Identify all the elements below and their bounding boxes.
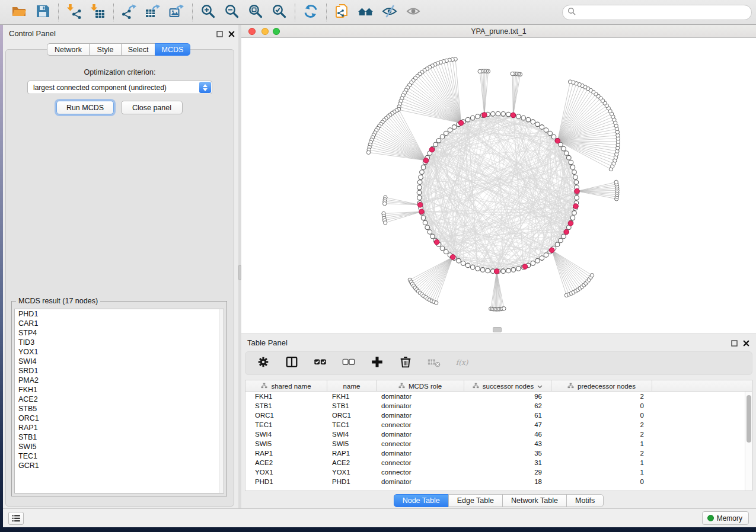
network-graph[interactable] bbox=[241, 38, 756, 334]
cell-MCDS-role[interactable]: connector bbox=[377, 458, 464, 467]
column-header-shared-name[interactable]: shared name bbox=[245, 380, 327, 392]
network-node[interactable] bbox=[383, 202, 387, 206]
network-node[interactable] bbox=[531, 120, 535, 124]
cell-shared-name[interactable]: SWI4 bbox=[245, 430, 327, 439]
first-neighbors-button[interactable] bbox=[356, 3, 375, 22]
cell-MCDS-role[interactable]: dominator bbox=[377, 430, 464, 439]
tab-motifs[interactable]: Motifs bbox=[566, 494, 604, 507]
tab-network-table[interactable]: Network Table bbox=[502, 494, 567, 507]
cell-shared-name[interactable]: PHD1 bbox=[245, 477, 327, 486]
network-node[interactable] bbox=[476, 114, 480, 119]
zoom-in-button[interactable] bbox=[199, 3, 218, 22]
column-header-MCDS-role[interactable]: MCDS role bbox=[377, 380, 464, 392]
network-node[interactable] bbox=[470, 116, 475, 120]
table-row[interactable]: ORC1ORC1dominator610 bbox=[245, 411, 752, 420]
cell-shared-name[interactable]: RAP1 bbox=[245, 448, 327, 458]
cell-MCDS-role[interactable]: dominator bbox=[377, 401, 464, 411]
cell-name[interactable]: STB1 bbox=[327, 401, 377, 411]
network-mcds-node[interactable] bbox=[419, 209, 425, 214]
network-node[interactable] bbox=[480, 268, 485, 273]
tab-edge-table[interactable]: Edge Table bbox=[448, 494, 503, 507]
cell-predecessor-nodes[interactable]: 2 bbox=[551, 392, 652, 401]
network-node[interactable] bbox=[567, 155, 572, 160]
cell-MCDS-role[interactable]: connector bbox=[377, 420, 464, 430]
network-node[interactable] bbox=[428, 230, 432, 235]
network-node[interactable] bbox=[502, 307, 506, 310]
cell-predecessor-nodes[interactable]: 2 bbox=[551, 448, 652, 458]
network-node[interactable] bbox=[548, 131, 553, 136]
cell-name[interactable]: YOX1 bbox=[327, 467, 377, 477]
network-mcds-node[interactable] bbox=[482, 113, 487, 118]
cell-shared-name[interactable]: FKH1 bbox=[245, 392, 327, 401]
network-node[interactable] bbox=[421, 165, 426, 169]
cell-predecessor-nodes[interactable]: 2 bbox=[551, 420, 652, 430]
import-table-button[interactable] bbox=[88, 3, 107, 22]
network-node[interactable] bbox=[570, 165, 575, 169]
cell-shared-name[interactable]: YOX1 bbox=[245, 467, 327, 477]
cell-successor-nodes[interactable]: 46 bbox=[464, 430, 551, 439]
network-node[interactable] bbox=[430, 234, 435, 239]
tab-style[interactable]: Style bbox=[89, 43, 122, 56]
cell-name[interactable]: SWI4 bbox=[327, 430, 377, 439]
run-mcds-button[interactable]: Run MCDS bbox=[56, 101, 114, 114]
delete-column-button[interactable] bbox=[397, 355, 414, 371]
network-node[interactable] bbox=[511, 72, 514, 75]
network-node[interactable] bbox=[590, 274, 594, 277]
column-header-predecessor-nodes[interactable]: predecessor nodes bbox=[551, 380, 652, 392]
cell-predecessor-nodes[interactable]: 0 bbox=[551, 401, 652, 411]
network-node[interactable] bbox=[440, 246, 445, 251]
network-node[interactable] bbox=[470, 265, 475, 270]
network-mcds-node[interactable] bbox=[423, 158, 429, 164]
criterion-select[interactable]: largest connected component (undirected) bbox=[27, 81, 212, 94]
float-panel-icon[interactable] bbox=[215, 30, 224, 38]
settings-button[interactable] bbox=[255, 355, 272, 371]
mcds-result-item[interactable]: STB1 bbox=[15, 432, 224, 442]
cell-successor-nodes[interactable]: 31 bbox=[464, 458, 551, 467]
network-node[interactable] bbox=[444, 131, 449, 136]
network-node[interactable] bbox=[551, 134, 556, 139]
network-node[interactable] bbox=[544, 253, 548, 258]
clone-network-button[interactable] bbox=[333, 3, 352, 22]
network-node[interactable] bbox=[417, 185, 422, 190]
cell-successor-nodes[interactable]: 61 bbox=[464, 411, 551, 420]
network-splitter-handle[interactable] bbox=[493, 327, 502, 332]
network-mcds-node[interactable] bbox=[564, 229, 569, 235]
column-layout-button[interactable] bbox=[283, 355, 300, 371]
network-node[interactable] bbox=[491, 112, 496, 117]
cell-shared-name[interactable]: TEC1 bbox=[245, 420, 327, 430]
network-node[interactable] bbox=[570, 216, 575, 220]
table-row[interactable]: PHD1PHD1dominator180 bbox=[245, 477, 752, 486]
network-mcds-node[interactable] bbox=[434, 239, 439, 245]
cell-name[interactable]: RAP1 bbox=[327, 448, 377, 458]
zoom-selected-button[interactable] bbox=[270, 3, 289, 22]
cell-successor-nodes[interactable]: 62 bbox=[464, 401, 551, 411]
cell-successor-nodes[interactable]: 29 bbox=[464, 467, 551, 477]
network-node[interactable] bbox=[511, 268, 516, 273]
mcds-result-item[interactable]: SWI5 bbox=[15, 442, 224, 451]
network-node[interactable] bbox=[366, 150, 370, 154]
network-node[interactable] bbox=[448, 128, 452, 133]
cell-MCDS-role[interactable]: dominator bbox=[377, 411, 464, 420]
column-header-successor-nodes[interactable]: successor nodes bbox=[464, 380, 551, 392]
network-node[interactable] bbox=[457, 258, 461, 263]
network-node[interactable] bbox=[478, 69, 481, 73]
cell-predecessor-nodes[interactable]: 1 bbox=[551, 439, 652, 448]
network-node[interactable] bbox=[476, 267, 480, 271]
network-node[interactable] bbox=[425, 225, 430, 230]
zoom-fit-button[interactable] bbox=[246, 3, 265, 22]
hide-selected-button[interactable] bbox=[380, 3, 399, 22]
network-node[interactable] bbox=[540, 125, 544, 130]
cell-name[interactable]: TEC1 bbox=[327, 420, 377, 430]
network-node[interactable] bbox=[516, 267, 521, 271]
table-row[interactable]: STB1STB1dominator620 bbox=[245, 401, 752, 411]
cell-successor-nodes[interactable]: 47 bbox=[464, 420, 551, 430]
add-column-button[interactable] bbox=[369, 355, 385, 371]
network-node[interactable] bbox=[433, 142, 438, 147]
network-node[interactable] bbox=[544, 128, 548, 133]
sort-chevron-icon[interactable] bbox=[537, 383, 543, 390]
mcds-result-item[interactable]: SRD1 bbox=[15, 366, 224, 376]
tab-network[interactable]: Network bbox=[47, 43, 90, 56]
network-mcds-node[interactable] bbox=[575, 188, 580, 194]
cell-predecessor-nodes[interactable]: 2 bbox=[551, 430, 652, 439]
cell-name[interactable]: SWI5 bbox=[327, 439, 377, 448]
